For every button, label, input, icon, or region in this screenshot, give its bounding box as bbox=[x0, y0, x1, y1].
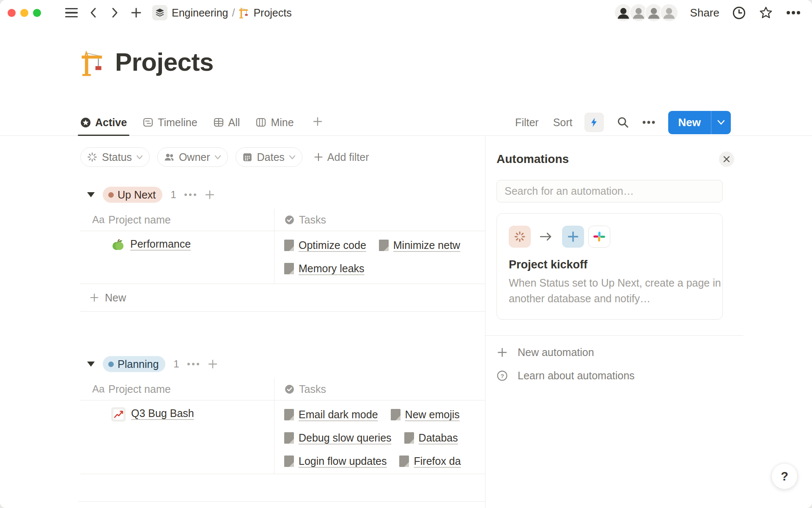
page-icon bbox=[284, 432, 294, 444]
page-icon bbox=[391, 409, 401, 420]
breadcrumb-page-label: Projects bbox=[253, 7, 291, 19]
new-automation-button[interactable]: New automation bbox=[497, 346, 723, 359]
close-panel-button[interactable] bbox=[719, 152, 734, 167]
sidebar-toggle-icon[interactable] bbox=[65, 8, 78, 17]
collapse-triangle-icon[interactable] bbox=[87, 362, 95, 367]
filter-chip-owner[interactable]: Owner bbox=[157, 147, 228, 167]
group-add-button[interactable] bbox=[204, 189, 215, 200]
help-button[interactable]: ? bbox=[771, 463, 798, 489]
page-title[interactable]: Projects bbox=[115, 47, 214, 77]
new-record-button[interactable]: New bbox=[668, 111, 731, 134]
chart-increasing-icon bbox=[111, 407, 126, 422]
share-button[interactable]: Share bbox=[690, 6, 719, 19]
tab-mine[interactable]: Mine bbox=[255, 109, 294, 135]
new-record-dropdown[interactable] bbox=[711, 111, 731, 134]
chevron-right-icon bbox=[109, 6, 120, 19]
status-burst-icon bbox=[513, 230, 526, 243]
avatar[interactable] bbox=[660, 3, 678, 22]
slack-icon bbox=[593, 230, 606, 243]
sort-button[interactable]: Sort bbox=[553, 116, 573, 129]
task-link[interactable]: Debug slow queries bbox=[284, 432, 392, 444]
board-icon bbox=[255, 117, 266, 128]
plus-icon bbox=[497, 347, 508, 358]
automations-button[interactable] bbox=[584, 113, 604, 132]
group-options-button[interactable] bbox=[187, 363, 199, 365]
plus-icon bbox=[567, 230, 579, 243]
table-row: Performance Optimize code Minimize netw bbox=[80, 231, 485, 284]
question-circle-icon: ? bbox=[497, 370, 508, 381]
task-link[interactable]: Memory leaks bbox=[284, 262, 365, 275]
column-label: Tasks bbox=[299, 214, 326, 226]
tab-all[interactable]: All bbox=[213, 109, 240, 135]
tasks-cell: Email dark mode New emojis Debug slow qu… bbox=[274, 400, 485, 474]
table-header: Aa Project name Tasks bbox=[80, 209, 485, 231]
filter-button[interactable]: Filter bbox=[515, 116, 539, 129]
column-label: Project name bbox=[108, 383, 170, 395]
group-badge-planning[interactable]: Planning bbox=[103, 356, 165, 372]
filter-bar: Status Owner Dates Add filter bbox=[80, 147, 369, 167]
task-line: Memory leaks bbox=[284, 257, 485, 280]
filter-chip-status[interactable]: Status bbox=[80, 147, 150, 167]
column-header-project-name[interactable]: Aa Project name bbox=[80, 378, 274, 400]
window-controls bbox=[8, 9, 41, 17]
new-page-button[interactable] bbox=[130, 7, 142, 19]
add-filter-button[interactable]: Add filter bbox=[313, 151, 369, 163]
add-row-button[interactable]: New bbox=[80, 284, 485, 312]
tab-label: Active bbox=[95, 116, 127, 129]
group-name: Planning bbox=[118, 358, 159, 370]
zoom-window-button[interactable] bbox=[33, 9, 41, 17]
page-icon bbox=[379, 240, 389, 251]
project-name-cell[interactable]: Q3 Bug Bash bbox=[80, 400, 274, 474]
teamspace-icon[interactable] bbox=[152, 5, 167, 20]
divider bbox=[78, 501, 485, 502]
collapse-triangle-icon[interactable] bbox=[87, 192, 95, 197]
group-badge-up-next[interactable]: Up Next bbox=[103, 187, 162, 203]
divider bbox=[486, 335, 743, 336]
learn-automations-link[interactable]: ? Learn about automations bbox=[497, 370, 723, 382]
new-record-label[interactable]: New bbox=[668, 111, 711, 134]
search-view-button[interactable] bbox=[617, 116, 629, 129]
group-up-next: Up Next 1 Aa Project name Tasks Performa… bbox=[80, 186, 485, 312]
automation-search-input[interactable] bbox=[497, 180, 723, 202]
minimize-window-button[interactable] bbox=[20, 9, 28, 17]
project-name-cell[interactable]: Performance bbox=[80, 231, 274, 284]
breadcrumb-space[interactable]: Engineering bbox=[172, 7, 228, 19]
breadcrumb-page[interactable]: Projects bbox=[239, 7, 291, 19]
crane-page-icon[interactable] bbox=[80, 50, 107, 77]
automation-card-icons bbox=[509, 226, 710, 248]
filter-chip-dates[interactable]: Dates bbox=[236, 147, 302, 167]
favorite-button[interactable] bbox=[759, 6, 773, 20]
task-link[interactable]: Email dark mode bbox=[284, 409, 378, 421]
tab-active[interactable]: Active bbox=[80, 109, 127, 135]
updates-button[interactable] bbox=[732, 6, 746, 20]
task-link[interactable]: Firefox da bbox=[399, 455, 461, 467]
add-view-button[interactable] bbox=[312, 116, 323, 129]
tab-timeline[interactable]: Timeline bbox=[143, 109, 198, 135]
view-options-button[interactable] bbox=[642, 120, 656, 124]
task-link[interactable]: Login flow updates bbox=[284, 455, 387, 467]
page-icon bbox=[284, 409, 294, 420]
automation-card[interactable]: Project kickoff When Status set to Up Ne… bbox=[497, 213, 723, 320]
column-header-tasks[interactable]: Tasks bbox=[274, 209, 485, 231]
column-header-project-name[interactable]: Aa Project name bbox=[80, 209, 274, 231]
close-window-button[interactable] bbox=[8, 9, 16, 17]
column-header-tasks[interactable]: Tasks bbox=[274, 378, 485, 400]
group-options-button[interactable] bbox=[184, 193, 196, 196]
project-link[interactable]: Performance bbox=[130, 238, 191, 250]
plus-icon bbox=[313, 152, 324, 162]
new-automation-label: New automation bbox=[518, 346, 594, 359]
check-circle-icon bbox=[284, 384, 295, 395]
ellipsis-icon bbox=[642, 120, 656, 124]
task-link[interactable]: Minimize netw bbox=[379, 239, 460, 251]
table-row: Q3 Bug Bash Email dark mode New emojis bbox=[80, 400, 485, 474]
group-add-button[interactable] bbox=[207, 359, 218, 370]
back-button[interactable] bbox=[88, 6, 99, 19]
more-options-button[interactable] bbox=[786, 10, 801, 15]
task-link[interactable]: New emojis bbox=[391, 409, 460, 421]
group-header: Planning 1 bbox=[80, 356, 485, 373]
task-link[interactable]: Databas bbox=[404, 432, 458, 444]
task-link[interactable]: Optimize code bbox=[284, 239, 366, 251]
table-icon bbox=[213, 117, 224, 128]
forward-button[interactable] bbox=[109, 6, 120, 19]
project-link[interactable]: Q3 Bug Bash bbox=[131, 407, 194, 420]
